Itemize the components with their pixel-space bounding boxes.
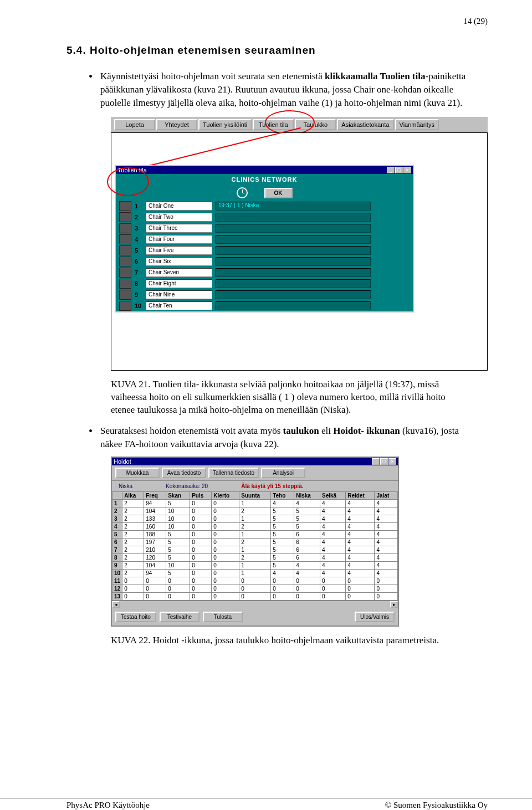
hoidot-scrollbar[interactable]: ◂ ▸ xyxy=(112,601,398,608)
data-cell[interactable]: 4 xyxy=(375,499,398,507)
data-cell[interactable]: 5 xyxy=(294,522,320,530)
data-cell[interactable]: 4 xyxy=(320,546,346,553)
toolbar-lopeta[interactable]: Lopeta xyxy=(114,119,155,130)
data-cell[interactable]: 0 xyxy=(212,530,239,538)
data-cell[interactable]: 4 xyxy=(320,530,346,538)
menu-avaa[interactable]: Avaa tiedosto xyxy=(162,468,206,478)
data-cell[interactable]: 2 xyxy=(122,515,144,522)
data-cell[interactable]: 5 xyxy=(166,538,190,546)
data-cell[interactable]: 4 xyxy=(320,569,346,577)
data-cell[interactable]: 0 xyxy=(212,561,239,569)
data-cell[interactable]: 0 xyxy=(212,592,239,600)
data-cell[interactable]: 1 xyxy=(239,515,271,522)
data-cell[interactable]: 4 xyxy=(320,515,346,522)
chair-name-field[interactable]: Chair Six xyxy=(146,257,212,266)
maximize-icon[interactable]: □ xyxy=(380,458,388,465)
data-cell[interactable]: 4 xyxy=(375,515,398,522)
data-cell[interactable]: 10 xyxy=(166,561,190,569)
data-cell[interactable]: 2 xyxy=(122,507,144,515)
data-cell[interactable]: 1 xyxy=(239,546,271,553)
data-cell[interactable]: 2 xyxy=(122,546,144,553)
data-cell[interactable]: 5 xyxy=(294,515,320,522)
data-cell[interactable]: 4 xyxy=(271,569,294,577)
data-cell[interactable]: 5 xyxy=(271,553,294,561)
data-cell[interactable]: 4 xyxy=(375,553,398,561)
data-cell[interactable]: 1 xyxy=(239,530,271,538)
data-cell[interactable]: 5 xyxy=(271,561,294,569)
data-cell[interactable]: 0 xyxy=(144,592,166,600)
data-cell[interactable]: 133 xyxy=(144,515,166,522)
data-cell[interactable]: 188 xyxy=(144,530,166,538)
close-icon[interactable]: × xyxy=(388,458,396,465)
data-cell[interactable]: 197 xyxy=(144,538,166,546)
data-cell[interactable]: 0 xyxy=(212,546,239,553)
data-cell[interactable]: 160 xyxy=(144,522,166,530)
data-cell[interactable]: 0 xyxy=(212,577,239,585)
data-cell[interactable]: 2 xyxy=(122,538,144,546)
data-cell[interactable]: 4 xyxy=(375,561,398,569)
data-cell[interactable]: 0 xyxy=(239,585,271,592)
data-cell[interactable]: 0 xyxy=(375,585,398,592)
btn-tulosta[interactable]: Tulosta xyxy=(203,612,243,622)
data-cell[interactable]: 2 xyxy=(239,538,271,546)
data-cell[interactable]: 0 xyxy=(190,538,212,546)
data-cell[interactable]: 6 xyxy=(294,538,320,546)
data-cell[interactable]: 0 xyxy=(190,553,212,561)
data-cell[interactable]: 4 xyxy=(320,553,346,561)
data-cell[interactable]: 5 xyxy=(166,499,190,507)
data-cell[interactable]: 4 xyxy=(346,507,375,515)
chair-name-field[interactable]: Chair Ten xyxy=(146,301,212,310)
scroll-right-icon[interactable]: ▸ xyxy=(390,601,398,608)
data-cell[interactable]: 6 xyxy=(294,546,320,553)
data-cell[interactable]: 94 xyxy=(144,569,166,577)
data-cell[interactable]: 0 xyxy=(320,585,346,592)
data-cell[interactable]: 4 xyxy=(320,561,346,569)
data-cell[interactable]: 0 xyxy=(271,592,294,600)
data-cell[interactable]: 4 xyxy=(320,538,346,546)
data-cell[interactable]: 0 xyxy=(212,515,239,522)
data-cell[interactable]: 5 xyxy=(271,546,294,553)
data-cell[interactable]: 4 xyxy=(375,569,398,577)
data-cell[interactable]: 0 xyxy=(346,577,375,585)
data-cell[interactable]: 0 xyxy=(212,553,239,561)
data-cell[interactable]: 0 xyxy=(190,522,212,530)
data-cell[interactable]: 0 xyxy=(346,592,375,600)
data-cell[interactable]: 4 xyxy=(346,561,375,569)
data-cell[interactable]: 5 xyxy=(294,507,320,515)
data-cell[interactable]: 0 xyxy=(190,577,212,585)
data-cell[interactable]: 4 xyxy=(375,522,398,530)
data-cell[interactable]: 4 xyxy=(271,499,294,507)
data-cell[interactable]: 0 xyxy=(239,592,271,600)
data-cell[interactable]: 4 xyxy=(346,499,375,507)
toolbar-vianmaaritys[interactable]: Vianmääritys xyxy=(395,119,439,130)
menu-tallenna[interactable]: Tallenna tiedosto xyxy=(208,468,259,478)
data-cell[interactable]: 4 xyxy=(346,553,375,561)
minimize-icon[interactable]: _ xyxy=(372,458,380,465)
data-cell[interactable]: 0 xyxy=(212,538,239,546)
data-cell[interactable]: 0 xyxy=(294,577,320,585)
data-cell[interactable]: 0 xyxy=(375,577,398,585)
data-cell[interactable]: 0 xyxy=(212,507,239,515)
data-cell[interactable]: 4 xyxy=(375,507,398,515)
data-cell[interactable]: 4 xyxy=(320,522,346,530)
data-cell[interactable]: 4 xyxy=(375,538,398,546)
chair-name-field[interactable]: Chair Eight xyxy=(146,279,212,288)
data-cell[interactable]: 2 xyxy=(122,522,144,530)
data-cell[interactable]: 4 xyxy=(346,546,375,553)
data-cell[interactable]: 0 xyxy=(212,499,239,507)
data-cell[interactable]: 0 xyxy=(212,585,239,592)
data-cell[interactable]: 0 xyxy=(190,499,212,507)
data-cell[interactable]: 0 xyxy=(212,569,239,577)
data-cell[interactable]: 0 xyxy=(294,592,320,600)
data-cell[interactable]: 6 xyxy=(294,553,320,561)
data-cell[interactable]: 5 xyxy=(166,569,190,577)
data-cell[interactable]: 0 xyxy=(122,577,144,585)
data-cell[interactable]: 0 xyxy=(320,592,346,600)
data-cell[interactable]: 10 xyxy=(166,515,190,522)
minimize-icon[interactable]: _ xyxy=(387,167,395,173)
data-cell[interactable]: 0 xyxy=(166,592,190,600)
data-cell[interactable]: 0 xyxy=(239,577,271,585)
data-cell[interactable]: 120 xyxy=(144,553,166,561)
data-cell[interactable]: 2 xyxy=(122,499,144,507)
data-cell[interactable]: 4 xyxy=(294,561,320,569)
